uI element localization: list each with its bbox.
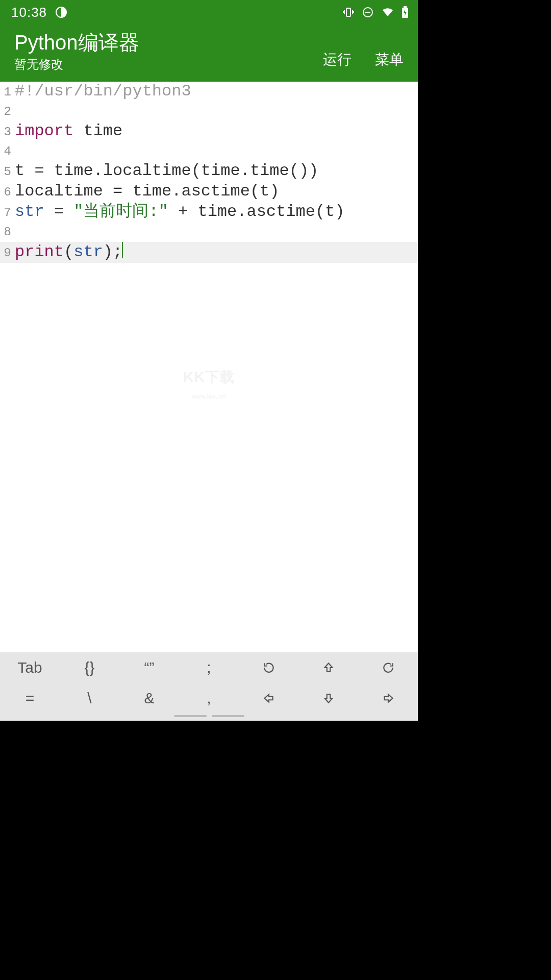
wifi-icon xyxy=(381,6,394,18)
code-line[interactable]: 2 xyxy=(0,102,418,121)
svg-rect-5 xyxy=(404,6,407,8)
code-line[interactable]: 1#!/usr/bin/python3 xyxy=(0,82,418,102)
code-editor[interactable]: KK下载 www.kkx.net 1#!/usr/bin/python323im… xyxy=(0,82,418,652)
nav-bar xyxy=(0,721,418,726)
key-up[interactable] xyxy=(298,652,358,683)
key-undo[interactable] xyxy=(239,652,298,683)
symbol-keyboard: Tab{}“”; =\&, xyxy=(0,652,418,721)
code-line[interactable]: 9print(str); xyxy=(0,242,418,263)
code-line[interactable]: 5t = time.localtime(time.time()) xyxy=(0,161,418,182)
vibrate-icon xyxy=(342,6,355,18)
do-not-disturb-icon xyxy=(362,6,374,18)
line-number: 5 xyxy=(0,162,14,182)
run-button[interactable]: 运行 xyxy=(323,50,352,69)
code-line[interactable]: 6localtime = time.asctime(t) xyxy=(0,182,418,202)
status-icons xyxy=(342,6,409,18)
code-content[interactable]: t = time.localtime(time.time()) xyxy=(14,161,318,181)
app-title-block: Python编译器 暂无修改 xyxy=(14,31,323,72)
key-tab[interactable]: Tab xyxy=(0,652,60,683)
code-line[interactable]: 7str = "当前时间:" + time.asctime(t) xyxy=(0,202,418,223)
key-redo[interactable] xyxy=(358,652,418,683)
svg-rect-1 xyxy=(346,8,350,16)
key-semicolon[interactable]: ; xyxy=(179,652,239,683)
screen: 10:38 Python编译器 暂无修改 运行 菜单 KK下载 www.kkx.… xyxy=(0,0,418,726)
key-right[interactable] xyxy=(358,683,418,714)
line-number: 8 xyxy=(0,223,14,242)
key-comma[interactable]: , xyxy=(179,683,239,714)
key-equals[interactable]: = xyxy=(0,683,60,714)
code-content[interactable]: print(str); xyxy=(14,242,123,262)
line-number: 1 xyxy=(0,83,14,102)
menu-button[interactable]: 菜单 xyxy=(375,50,404,69)
code-content[interactable]: #!/usr/bin/python3 xyxy=(14,82,191,101)
home-indicator xyxy=(0,714,418,721)
app-header: Python编译器 暂无修改 运行 菜单 xyxy=(0,24,418,82)
key-quotes[interactable]: “” xyxy=(119,652,179,683)
code-line[interactable]: 8 xyxy=(0,223,418,242)
status-time: 10:38 xyxy=(11,5,47,20)
line-number: 2 xyxy=(0,102,14,121)
code-content[interactable]: import time xyxy=(14,121,122,141)
key-braces[interactable]: {} xyxy=(60,652,119,683)
code-content[interactable]: str = "当前时间:" + time.asctime(t) xyxy=(14,202,344,222)
line-number: 6 xyxy=(0,183,14,202)
key-backslash[interactable]: \ xyxy=(60,683,119,714)
line-number: 9 xyxy=(0,243,14,263)
line-number: 3 xyxy=(0,122,14,142)
code-line[interactable]: 3import time xyxy=(0,121,418,142)
key-left[interactable] xyxy=(239,683,298,714)
key-down[interactable] xyxy=(298,683,358,714)
key-ampersand[interactable]: & xyxy=(119,683,179,714)
status-app-icon xyxy=(55,6,67,18)
code-line[interactable]: 4 xyxy=(0,142,418,161)
line-number: 7 xyxy=(0,203,14,223)
line-number: 4 xyxy=(0,142,14,161)
watermark: KK下载 www.kkx.net xyxy=(0,368,418,406)
status-bar: 10:38 xyxy=(0,0,418,24)
app-subtitle: 暂无修改 xyxy=(14,56,323,72)
battery-charging-icon xyxy=(402,6,409,18)
code-content[interactable]: localtime = time.asctime(t) xyxy=(14,182,279,201)
text-cursor xyxy=(122,242,123,258)
app-title: Python编译器 xyxy=(14,31,323,54)
